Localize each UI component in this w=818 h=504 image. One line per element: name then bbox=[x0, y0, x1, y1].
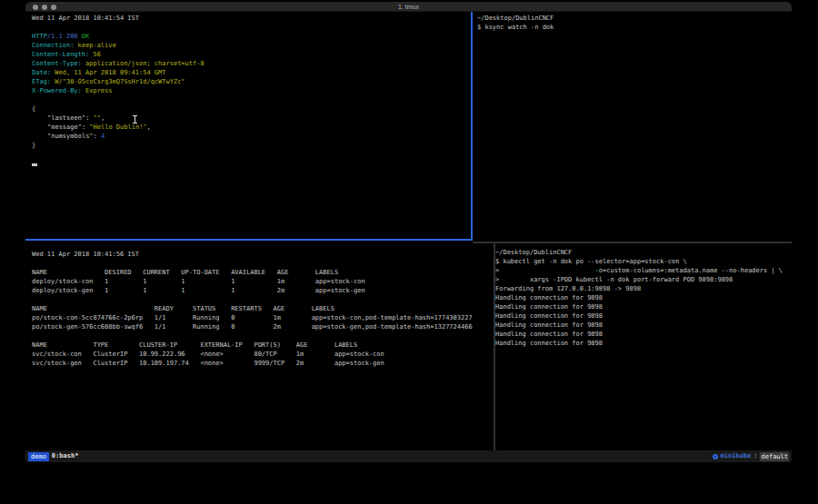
pods-table: NAME READY STATUS RESTARTS AGE LABELSpo/… bbox=[32, 304, 492, 331]
table-header-line: NAME TYPE CLUSTER-IP EXTERNAL-IP PORT(S)… bbox=[32, 341, 492, 350]
http-header-line: Content-Length: 56 bbox=[32, 50, 468, 59]
pane-divider-horizontal-active[interactable] bbox=[25, 239, 473, 241]
http-reason: OK bbox=[82, 33, 89, 40]
http-status-line: HTTP/1.1 200 OK bbox=[32, 32, 468, 41]
blank-line bbox=[32, 23, 468, 32]
http-version-code: /1.1 200 bbox=[47, 33, 78, 40]
table-row-line: deploy/stock-con 1 1 1 1 1m app=stock-co… bbox=[32, 277, 492, 286]
active-window-label[interactable]: 0:bash* bbox=[52, 450, 79, 462]
http-header-line: Content-Type: application/json; charset=… bbox=[32, 59, 468, 68]
services-table: NAME TYPE CLUSTER-IP EXTERNAL-IP PORT(S)… bbox=[32, 341, 492, 368]
ksync-output: ~/Desktop/DublinCNCF$ ksync watch -n dok bbox=[477, 14, 786, 32]
kube-separator: : bbox=[753, 450, 757, 462]
table-row-line: svc/stock-con ClusterIP 10.99.222.96 <no… bbox=[32, 350, 492, 359]
http-header-line: Connection: keep-alive bbox=[32, 41, 468, 50]
terminal-line: Handling connection for 9898 bbox=[495, 311, 790, 321]
json-field-line: "message": "Hello Dublin!", bbox=[32, 123, 468, 132]
http-header-line: Date: Wed, 11 Apr 2018 09:41:54 GMT bbox=[32, 68, 468, 77]
kubernetes-helm-icon bbox=[713, 454, 718, 460]
pane-kubectl-resources[interactable]: Wed 11 Apr 2018 10:41:56 IST NAME DESIRE… bbox=[32, 250, 492, 368]
table-row-line: po/stock-gen-576cc688bb-swqf6 1/1 Runnin… bbox=[32, 322, 492, 331]
json-field-line: "lastseen": "", bbox=[32, 114, 468, 123]
table-header-line: NAME READY STATUS RESTARTS AGE LABELS bbox=[32, 304, 492, 313]
kube-namespace-label: default bbox=[760, 452, 789, 461]
terminal-line: ~/Desktop/DublinCNCF bbox=[495, 248, 790, 257]
json-open-brace: { bbox=[32, 104, 468, 114]
traffic-lights bbox=[33, 5, 56, 10]
status-bar-left: demo 0:bash* bbox=[28, 450, 78, 462]
terminal-line: ~/Desktop/DublinCNCF bbox=[477, 14, 786, 23]
terminal-line: > -o=custom-columns=:metadata.name --no-… bbox=[495, 266, 790, 275]
terminal-line: $ ksync watch -n dok bbox=[477, 23, 786, 32]
pane-divider-vertical-active[interactable] bbox=[471, 12, 473, 241]
terminal-line: Handling connection for 9898 bbox=[495, 321, 790, 330]
pane-http-response[interactable]: Wed 11 Apr 2018 10:41:54 IST HTTP/1.1 20… bbox=[32, 14, 468, 168]
terminal-line: Forwarding from 127.0.0.1:9898 -> 9898 bbox=[495, 284, 790, 293]
status-bar-right: minikube:default bbox=[713, 450, 789, 462]
pane-divider-horizontal[interactable] bbox=[473, 242, 792, 243]
tmux-terminal: Wed 11 Apr 2018 10:41:54 IST HTTP/1.1 20… bbox=[25, 12, 792, 450]
terminal-cursor bbox=[32, 163, 37, 166]
table-row-line: po/stock-con-5cc874766c-2p6rp 1/1 Runnin… bbox=[32, 313, 492, 322]
port-forward-output: ~/Desktop/DublinCNCF$ kubectl get -n dok… bbox=[495, 248, 790, 348]
terminal-line: Handling connection for 9898 bbox=[495, 339, 790, 348]
blank-line bbox=[32, 331, 492, 341]
http-header-line: ETag: W/"38-O5coCsrg3mQ7SsHr1d/qcWTwYZc" bbox=[32, 77, 468, 86]
blank-line bbox=[32, 150, 468, 159]
terminal-window: 1. tmux Wed 11 Apr 2018 10:41:54 IST HTT… bbox=[25, 2, 792, 462]
json-close-brace: } bbox=[32, 141, 468, 150]
close-button[interactable] bbox=[33, 5, 38, 10]
desktop: 1. tmux Wed 11 Apr 2018 10:41:54 IST HTT… bbox=[0, 0, 818, 504]
terminal-line: > xargs -IPOD kubectl -n dok port-forwar… bbox=[495, 275, 790, 284]
http-header-line: X-Powered-By: Express bbox=[32, 86, 468, 95]
http-protocol: HTTP bbox=[32, 33, 47, 40]
terminal-line: Handling connection for 9898 bbox=[495, 293, 790, 302]
prompt-line bbox=[32, 159, 468, 168]
mouse-ibeam-cursor bbox=[133, 115, 137, 124]
pane-ksync[interactable]: ~/Desktop/DublinCNCF$ ksync watch -n dok bbox=[477, 14, 786, 32]
terminal-line: Handling connection for 9898 bbox=[495, 302, 790, 311]
window-title: 1. tmux bbox=[25, 2, 792, 12]
timestamp-line: Wed 11 Apr 2018 10:41:54 IST bbox=[32, 14, 468, 23]
deployments-table: NAME DESIRED CURRENT UP-TO-DATE AVAILABL… bbox=[32, 268, 492, 295]
minimize-button[interactable] bbox=[42, 5, 47, 10]
table-header-line: NAME DESIRED CURRENT UP-TO-DATE AVAILABL… bbox=[32, 268, 492, 277]
table-row-line: svc/stock-gen ClusterIP 10.109.197.74 <n… bbox=[32, 359, 492, 368]
blank-line bbox=[32, 295, 492, 304]
terminal-line: $ kubectl get -n dok po --selector=app=s… bbox=[495, 257, 790, 266]
zoom-button[interactable] bbox=[51, 5, 56, 10]
session-name-badge[interactable]: demo bbox=[28, 452, 49, 461]
blank-line bbox=[32, 95, 468, 104]
blank-line bbox=[32, 259, 492, 268]
terminal-line: Handling connection for 9898 bbox=[495, 330, 790, 339]
tmux-status-bar: demo 0:bash* minikube:default bbox=[25, 450, 792, 462]
window-titlebar[interactable]: 1. tmux bbox=[25, 2, 792, 12]
json-field-line: "numsymbols": 4 bbox=[32, 132, 468, 141]
kube-context-label: minikube bbox=[721, 450, 752, 462]
timestamp-line: Wed 11 Apr 2018 10:41:56 IST bbox=[32, 250, 492, 259]
table-row-line: deploy/stock-gen 1 1 1 1 2m app=stock-ge… bbox=[32, 286, 492, 295]
pane-port-forward[interactable]: ~/Desktop/DublinCNCF$ kubectl get -n dok… bbox=[495, 248, 790, 348]
